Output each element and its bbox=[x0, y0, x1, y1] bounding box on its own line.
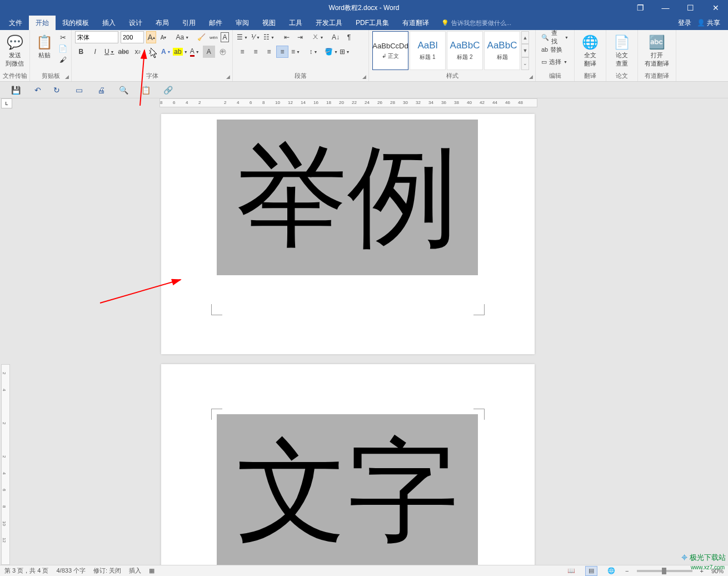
qat-button-3[interactable]: 🔍 bbox=[118, 85, 129, 96]
tab-insert[interactable]: 插入 bbox=[96, 16, 122, 30]
clear-format-button[interactable]: 🧹 bbox=[197, 31, 207, 43]
italic-button[interactable]: I bbox=[89, 46, 102, 58]
tab-templates[interactable]: 我的模板 bbox=[56, 16, 96, 30]
align-left-button[interactable]: ≡ bbox=[236, 46, 248, 58]
qat-button-5[interactable]: 🔗 bbox=[162, 85, 173, 96]
close-window-icon[interactable]: ✕ bbox=[703, 0, 728, 16]
selected-text-page2[interactable]: 文字 bbox=[217, 414, 478, 565]
cut-button[interactable]: ✂ bbox=[58, 32, 68, 42]
chevron-up-icon[interactable]: ▲ bbox=[521, 31, 529, 44]
tab-references[interactable]: 引用 bbox=[176, 16, 202, 30]
insert-mode[interactable]: 插入 bbox=[129, 567, 141, 575]
tab-tools[interactable]: 工具 bbox=[282, 16, 309, 30]
redo-button[interactable]: ↻ bbox=[51, 85, 62, 96]
full-translate-button[interactable]: 🌐 全文 翻译 bbox=[578, 31, 602, 77]
chevron-down-icon[interactable]: ▼ bbox=[521, 44, 529, 57]
change-case-button[interactable]: Aa▼ bbox=[176, 31, 188, 43]
select-button[interactable]: ▭选择▼ bbox=[539, 56, 571, 68]
undo-button[interactable]: ↶ bbox=[32, 85, 43, 96]
qat-button-1[interactable]: ▭ bbox=[73, 85, 84, 96]
distributed-button[interactable]: ≡▼ bbox=[290, 46, 302, 58]
tab-pdf[interactable]: PDF工具集 bbox=[349, 16, 396, 30]
font-size-input[interactable] bbox=[121, 31, 144, 43]
font-dialog-launcher[interactable]: ◢ bbox=[225, 73, 231, 80]
bullets-button[interactable]: ☰▼ bbox=[236, 31, 248, 43]
document-page-1[interactable]: 举例 bbox=[161, 114, 535, 354]
vertical-ruler[interactable]: 24224681012 bbox=[1, 364, 10, 565]
send-to-wechat-button[interactable]: 💬 发送 到微信 bbox=[2, 31, 27, 77]
replace-button[interactable]: ab替换 bbox=[539, 43, 571, 56]
numbering-button[interactable]: ⅟▼ bbox=[250, 31, 262, 43]
maximize-window-icon[interactable]: ☐ bbox=[678, 0, 703, 16]
web-layout-button[interactable]: 🌐 bbox=[605, 566, 617, 576]
save-button[interactable]: 💾 bbox=[10, 85, 21, 96]
format-painter-button[interactable]: 🖌 bbox=[58, 54, 68, 64]
track-changes-status[interactable]: 修订: 关闭 bbox=[93, 567, 121, 575]
tab-view[interactable]: 视图 bbox=[256, 16, 282, 30]
word-count[interactable]: 4/833 个字 bbox=[56, 567, 86, 575]
selected-text-page1[interactable]: 举例 bbox=[217, 120, 478, 275]
line-spacing-button[interactable]: ↕▼ bbox=[307, 46, 320, 58]
tab-developer[interactable]: 开发工具 bbox=[309, 16, 349, 30]
qat-button-2[interactable]: 🖨 bbox=[96, 85, 107, 96]
superscript-button[interactable]: x2 bbox=[146, 46, 158, 58]
justify-button[interactable]: ≡ bbox=[276, 46, 288, 58]
sort-button[interactable]: A↓ bbox=[330, 31, 342, 43]
find-button[interactable]: 🔍查找▼ bbox=[539, 31, 571, 43]
horizontal-ruler[interactable]: 8642246810121416182022242628303234363840… bbox=[159, 98, 537, 107]
document-area[interactable]: 24224681012 举例 文字 bbox=[0, 108, 728, 565]
restore-window-icon[interactable]: ❐ bbox=[628, 0, 653, 16]
font-color-button[interactable]: A▼ bbox=[189, 46, 201, 58]
clipboard-dialog-launcher[interactable]: ◢ bbox=[63, 73, 70, 80]
share-button[interactable]: 👤 共享 bbox=[697, 18, 720, 28]
open-youdao-button[interactable]: 🔤 打开 有道翻译 bbox=[641, 31, 672, 77]
style-normal[interactable]: AaBbCcDd ↲ 正文 bbox=[372, 31, 408, 70]
shading-button[interactable]: 🪣▼ bbox=[325, 46, 337, 58]
tab-review[interactable]: 审阅 bbox=[229, 16, 256, 30]
zoom-slider[interactable] bbox=[637, 570, 692, 572]
copy-button[interactable]: 📄 bbox=[58, 43, 68, 53]
subscript-button[interactable]: x2 bbox=[132, 46, 144, 58]
shrink-font-button[interactable]: A▾ bbox=[158, 31, 168, 43]
tab-home[interactable]: 开始 bbox=[29, 16, 56, 30]
underline-button[interactable]: U▼ bbox=[103, 46, 116, 58]
paragraph-dialog-launcher[interactable]: ◢ bbox=[361, 73, 367, 80]
tab-selector[interactable]: L bbox=[1, 98, 12, 108]
zoom-out-button[interactable]: − bbox=[625, 568, 629, 574]
borders-button[interactable]: ⊞▼ bbox=[338, 46, 351, 58]
decrease-indent-button[interactable]: ⇤ bbox=[281, 31, 293, 43]
highlight-button[interactable]: ab▼ bbox=[174, 46, 187, 58]
grow-font-button[interactable]: A▴ bbox=[146, 31, 156, 43]
styles-gallery-scroll[interactable]: ▲ ▼ ⌄ bbox=[521, 31, 529, 70]
read-mode-button[interactable]: 📖 bbox=[565, 566, 577, 576]
asian-layout-button[interactable]: ᥊▼ bbox=[312, 31, 324, 43]
tab-design[interactable]: 设计 bbox=[122, 16, 149, 30]
tab-layout[interactable]: 布局 bbox=[149, 16, 176, 30]
login-link[interactable]: 登录 bbox=[678, 18, 691, 28]
style-heading1[interactable]: AaBl 标题 1 bbox=[410, 31, 446, 70]
tell-me-input[interactable]: 💡 告诉我您想要做什么... bbox=[441, 19, 511, 27]
bold-button[interactable]: B bbox=[75, 46, 87, 58]
char-border-button[interactable]: A bbox=[221, 32, 229, 42]
print-layout-button[interactable]: ▤ bbox=[585, 566, 597, 576]
show-marks-button[interactable]: ¶ bbox=[343, 31, 355, 43]
char-shading-button[interactable]: A bbox=[203, 46, 215, 58]
align-center-button[interactable]: ≡ bbox=[250, 46, 262, 58]
font-name-input[interactable] bbox=[75, 31, 118, 43]
document-page-2[interactable]: 文字 bbox=[161, 364, 535, 565]
style-title[interactable]: AaBbC 标题 bbox=[484, 31, 520, 70]
text-effects-button[interactable]: A▼ bbox=[160, 46, 172, 58]
phonetic-guide-button[interactable]: wén bbox=[208, 31, 218, 43]
style-heading2[interactable]: AaBbC 标题 2 bbox=[447, 31, 483, 70]
tab-youdao[interactable]: 有道翻译 bbox=[396, 16, 436, 30]
tab-mailings[interactable]: 邮件 bbox=[202, 16, 229, 30]
macro-recorder-icon[interactable]: ▦ bbox=[149, 567, 154, 574]
align-right-button[interactable]: ≡ bbox=[263, 46, 275, 58]
strikethrough-button[interactable]: abc bbox=[118, 46, 130, 58]
styles-more-icon[interactable]: ⌄ bbox=[521, 57, 529, 70]
tab-file[interactable]: 文件 bbox=[2, 16, 29, 30]
page-indicator[interactable]: 第 3 页，共 4 页 bbox=[4, 567, 48, 575]
styles-dialog-launcher[interactable]: ◢ bbox=[527, 73, 534, 80]
thesis-check-button[interactable]: 📄 论文 查重 bbox=[610, 31, 634, 77]
multilevel-button[interactable]: ☷▼ bbox=[263, 31, 275, 43]
